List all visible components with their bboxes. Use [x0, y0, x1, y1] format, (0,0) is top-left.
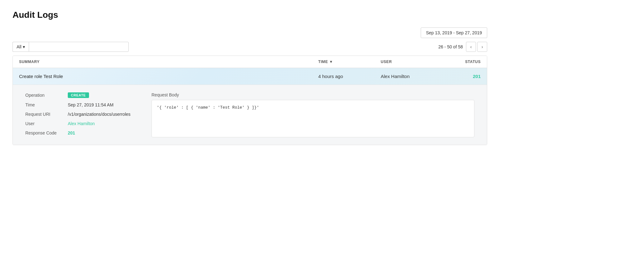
col-header-time: TIME ▼: [318, 60, 381, 64]
top-controls: Sep 13, 2019 - Sep 27, 2019: [12, 27, 487, 38]
request-body-label: Request Body: [151, 92, 474, 97]
col-header-user: USER: [381, 60, 443, 64]
row-summary-bar[interactable]: Create role Test Role 4 hours ago Alex H…: [13, 68, 487, 85]
operation-badge: CREATE: [68, 92, 89, 98]
table-header: SUMMARY TIME ▼ USER STATUS: [13, 56, 487, 68]
page-title: Audit Logs: [12, 10, 487, 20]
audit-log-table: SUMMARY TIME ▼ USER STATUS Create role T…: [12, 56, 487, 145]
row-status: 201: [443, 74, 481, 79]
detail-user-link[interactable]: Alex Hamilton: [68, 121, 95, 126]
detail-uri-value: /v1/organizations/docs/userroles: [68, 112, 131, 117]
detail-time-value: Sep 27, 2019 11:54 AM: [68, 102, 113, 107]
filter-search-group: All ▾: [12, 42, 129, 52]
mid-controls: All ▾ 26 - 50 of 58 ‹ ›: [12, 42, 487, 52]
detail-response-row: Response Code 201: [25, 130, 144, 135]
pagination-controls: 26 - 50 of 58 ‹ ›: [438, 42, 487, 52]
detail-time-label: Time: [25, 102, 63, 107]
detail-operation-label: Operation: [25, 93, 63, 98]
detail-uri-label: Request URI: [25, 112, 63, 117]
detail-response-value: 201: [68, 130, 75, 135]
table-row: Create role Test Role 4 hours ago Alex H…: [13, 68, 487, 145]
detail-uri-row: Request URI /v1/organizations/docs/userr…: [25, 112, 144, 117]
search-input[interactable]: [29, 42, 129, 52]
pagination-next-button[interactable]: ›: [477, 42, 487, 52]
pagination-info: 26 - 50 of 58: [438, 44, 463, 49]
row-detail-panel: Operation CREATE Time Sep 27, 2019 11:54…: [13, 85, 487, 145]
detail-user-label: User: [25, 121, 63, 126]
date-range-button[interactable]: Sep 13, 2019 - Sep 27, 2019: [421, 27, 487, 38]
detail-user-row: User Alex Hamilton: [25, 121, 144, 126]
col-header-status: STATUS: [443, 60, 481, 64]
detail-right: Request Body '{ 'role' : [ { 'name' : 'T…: [151, 92, 474, 137]
row-user: Alex Hamilton: [381, 74, 443, 79]
filter-dropdown[interactable]: All ▾: [12, 42, 29, 52]
chevron-down-icon: ▾: [23, 44, 25, 49]
filter-label: All: [17, 44, 22, 49]
row-time: 4 hours ago: [318, 74, 381, 79]
detail-response-label: Response Code: [25, 130, 63, 135]
row-summary-text: Create role Test Role: [19, 74, 318, 79]
detail-operation-row: Operation CREATE: [25, 92, 144, 98]
sort-indicator: ▼: [329, 60, 333, 64]
request-body-box: '{ 'role' : [ { 'name' : 'Test Role' } ]…: [151, 100, 474, 137]
detail-time-row: Time Sep 27, 2019 11:54 AM: [25, 102, 144, 107]
col-header-summary: SUMMARY: [19, 60, 318, 64]
detail-left: Operation CREATE Time Sep 27, 2019 11:54…: [25, 92, 144, 137]
pagination-prev-button[interactable]: ‹: [466, 42, 476, 52]
